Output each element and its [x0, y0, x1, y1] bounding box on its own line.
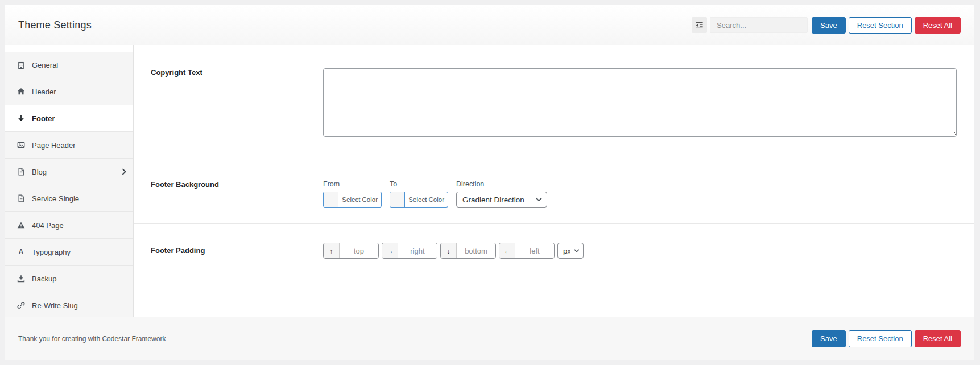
- sidebar-item-label: Re-Write Slug: [32, 301, 78, 310]
- sidebar-item-rewrite-slug[interactable]: Re-Write Slug: [5, 292, 133, 319]
- to-color-column: To Select Color: [390, 180, 448, 208]
- field-row-footer-background: Footer Background From Select Color To: [134, 161, 974, 224]
- from-label: From: [323, 180, 382, 188]
- to-label: To: [390, 180, 448, 188]
- background-controls: From Select Color To Select Color: [323, 180, 957, 208]
- footer-save-button[interactable]: Save: [812, 330, 846, 347]
- sidebar-item-typography[interactable]: A Typography: [5, 239, 133, 266]
- field-label: Footer Background: [151, 180, 323, 208]
- download-icon: [16, 275, 26, 283]
- gradient-direction-select[interactable]: Gradient Direction: [456, 192, 547, 208]
- unit-select-wrap: px: [557, 243, 584, 259]
- file-icon: [16, 194, 26, 202]
- arrow-right-icon: →: [382, 243, 398, 258]
- body: General Header Footer Page Header: [5, 45, 974, 317]
- font-icon: A: [16, 248, 26, 256]
- sidebar-item-backup[interactable]: Backup: [5, 266, 133, 292]
- building-icon: [16, 61, 26, 69]
- sidebar-item-label: Footer: [32, 114, 55, 123]
- select-color-label: Select Color: [405, 192, 448, 207]
- footer-reset-section-button[interactable]: Reset Section: [849, 330, 912, 347]
- chevron-right-icon: [122, 168, 126, 175]
- padding-right-input[interactable]: [398, 243, 437, 258]
- padding-controls: ↑ → ↓ ←: [323, 243, 957, 259]
- sidebar-item-header[interactable]: Header: [5, 78, 133, 105]
- unit-select[interactable]: px: [557, 243, 584, 259]
- outdent-icon: [695, 21, 704, 30]
- save-button[interactable]: Save: [812, 17, 846, 34]
- settings-content: Copyright Text Footer Background From Se…: [134, 45, 974, 317]
- sidebar-item-page-header[interactable]: Page Header: [5, 132, 133, 159]
- svg-text:A: A: [19, 248, 24, 256]
- sidebar-item-label: Page Header: [32, 141, 76, 150]
- arrow-left-icon: ←: [499, 243, 515, 258]
- reset-section-button[interactable]: Reset Section: [849, 17, 912, 34]
- page-title: Theme Settings: [18, 19, 92, 31]
- direction-label: Direction: [456, 180, 547, 188]
- footer-credit-text: Thank you for creating with Codestar Fra…: [18, 335, 166, 343]
- direction-column: Direction Gradient Direction: [456, 180, 547, 208]
- sidebar-item-label: General: [32, 61, 58, 69]
- reset-all-button[interactable]: Reset All: [915, 17, 961, 34]
- sidebar-item-general[interactable]: General: [5, 52, 133, 78]
- copyright-text-textarea[interactable]: [323, 68, 957, 137]
- sidebar-item-label: Header: [32, 88, 56, 96]
- file-icon: [16, 168, 26, 176]
- search-input[interactable]: [710, 17, 808, 33]
- sidebar-item-service-single[interactable]: Service Single: [5, 185, 133, 212]
- header-actions: Save Reset Section Reset All: [692, 17, 961, 34]
- arrow-down-icon: ↓: [441, 243, 457, 258]
- field-content: [323, 68, 957, 139]
- sidebar-item-blog[interactable]: Blog: [5, 159, 133, 185]
- select-color-label: Select Color: [338, 192, 381, 207]
- field-row-footer-padding: Footer Padding ↑ → ↓: [134, 224, 974, 317]
- padding-right-field: →: [382, 243, 437, 259]
- to-color-picker[interactable]: Select Color: [390, 192, 448, 208]
- padding-left-field: ←: [499, 243, 555, 259]
- padding-bottom-field: ↓: [440, 243, 496, 259]
- sidebar-item-label: Typography: [32, 248, 71, 256]
- sidebar-item-label: Service Single: [32, 194, 79, 203]
- from-color-column: From Select Color: [323, 180, 382, 208]
- field-content: From Select Color To Select Color: [323, 180, 957, 208]
- sidebar-item-404-page[interactable]: 404 Page: [5, 212, 133, 239]
- color-swatch: [390, 192, 405, 207]
- sidebar-item-label: Backup: [32, 275, 56, 283]
- theme-settings-panel: Theme Settings Save Reset Section Reset …: [5, 5, 974, 360]
- footer-bar: Thank you for creating with Codestar Fra…: [5, 317, 974, 360]
- sidebar-item-footer[interactable]: Footer: [5, 105, 133, 132]
- padding-left-input[interactable]: [515, 243, 554, 258]
- sidebar-nav: General Header Footer Page Header: [5, 45, 134, 317]
- padding-bottom-input[interactable]: [457, 243, 495, 258]
- field-content: ↑ → ↓ ←: [323, 243, 957, 301]
- link-icon: [16, 301, 26, 309]
- sidebar-item-label: 404 Page: [32, 221, 64, 230]
- sidebar-item-label: Blog: [32, 168, 47, 176]
- footer-reset-all-button[interactable]: Reset All: [915, 330, 961, 347]
- from-color-picker[interactable]: Select Color: [323, 192, 382, 208]
- field-label: Copyright Text: [151, 68, 323, 139]
- padding-top-input[interactable]: [340, 243, 378, 258]
- footer-actions: Save Reset Section Reset All: [812, 330, 961, 347]
- home-icon: [16, 88, 26, 96]
- direction-select-wrap: Gradient Direction: [456, 192, 547, 208]
- field-label: Footer Padding: [151, 243, 323, 301]
- field-row-copyright-text: Copyright Text: [134, 45, 974, 161]
- arrow-up-icon: ↑: [324, 243, 340, 258]
- collapse-sections-button[interactable]: [692, 17, 707, 33]
- header-bar: Theme Settings Save Reset Section Reset …: [5, 5, 974, 45]
- arrow-down-icon: [16, 114, 26, 122]
- padding-top-field: ↑: [323, 243, 379, 259]
- warning-icon: [16, 221, 26, 229]
- color-swatch: [324, 192, 338, 207]
- image-icon: [16, 141, 26, 149]
